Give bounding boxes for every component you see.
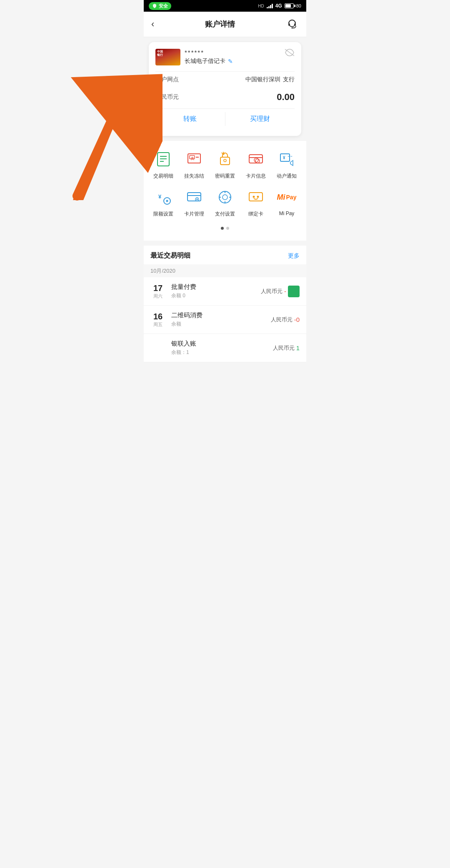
page-dots <box>148 225 302 236</box>
svg-point-31 <box>222 195 228 200</box>
toggle-balance-visibility-button[interactable] <box>285 49 295 58</box>
transaction-balance-2: 余额：1 <box>171 349 267 356</box>
transaction-weekday-1: 周五 <box>150 321 165 328</box>
transactions-month-label: 10月/2020 <box>150 268 175 274</box>
card-info-icon <box>246 149 266 169</box>
card-manage-label: 卡片管理 <box>184 211 204 218</box>
battery-icon <box>285 3 294 8</box>
currency-label: 人民币元 <box>155 93 179 101</box>
transaction-amount-1: 人民币元 -0 <box>271 316 300 324</box>
dot-1 <box>221 227 224 230</box>
transaction-day-1: 16 <box>150 312 165 321</box>
transaction-item-2[interactable]: 银联入账 余额：1 人民币元 1 <box>144 334 306 362</box>
branch-label: 开户网点 <box>155 76 179 83</box>
branch-value: 中国银行深圳 <box>245 76 280 83</box>
password-reset-icon <box>215 149 235 169</box>
limit-setting-icon: ¥ <box>153 187 173 207</box>
support-button[interactable] <box>285 18 299 31</box>
lost-freeze-icon: 失 <box>184 149 204 169</box>
headphone-icon <box>287 19 298 30</box>
quick-icons-section: 交易明细 失 挂失冻结 <box>144 141 306 241</box>
quick-icon-move-notify[interactable]: ¥ 动户通知 <box>272 149 301 180</box>
edit-card-name-button[interactable]: ✎ <box>228 58 233 65</box>
card-header: 中国银行 ****** 长城电子借记卡 ✎ <box>155 49 295 65</box>
svg-point-37 <box>253 196 255 198</box>
svg-rect-2 <box>294 23 296 26</box>
quick-icon-mi-pay[interactable]: Mi Pay Mi Pay <box>272 187 301 218</box>
card-left: 中国银行 ****** 长城电子借记卡 ✎ <box>155 49 233 65</box>
svg-point-14 <box>224 159 226 162</box>
status-right: HD 4G 80 <box>258 3 301 9</box>
card-thumbnail: 中国银行 <box>155 49 180 65</box>
transaction-item-1[interactable]: 16 周五 二维码消费 余额 人民币元 -0 <box>144 306 306 334</box>
lost-freeze-label: 挂失冻结 <box>184 173 204 180</box>
svg-point-3 <box>291 28 292 29</box>
transaction-amount-2: 人民币元 1 <box>273 344 300 352</box>
svg-text:¥: ¥ <box>283 156 285 160</box>
card-balance-row: 人民币元 0.00 <box>155 88 295 103</box>
card-info: ****** 长城电子借记卡 ✎ <box>185 49 233 65</box>
card-manage-icon <box>184 187 204 207</box>
transaction-detail-icon <box>153 149 173 169</box>
balance-amount: 0.00 <box>277 92 295 103</box>
card-info-label: 卡片信息 <box>246 173 266 180</box>
quick-icon-limit-setting[interactable]: ¥ 限额设置 <box>149 187 178 218</box>
transaction-balance-0: 余额 0 <box>171 292 255 299</box>
bind-card-label: 绑定卡 <box>248 211 263 218</box>
transaction-day-0: 17 <box>150 283 165 293</box>
svg-rect-1 <box>288 23 290 26</box>
quick-icon-card-info[interactable]: 卡片信息 <box>241 149 270 180</box>
quick-icon-card-manage[interactable]: 卡片管理 <box>180 187 209 218</box>
dot-2 <box>226 227 229 230</box>
battery-pct: 80 <box>296 3 301 8</box>
transaction-detail-label: 交易明细 <box>153 173 173 180</box>
svg-point-30 <box>219 191 231 203</box>
transfer-button[interactable]: 转账 <box>155 109 225 129</box>
network-label: 4G <box>275 3 282 9</box>
transaction-balance-1: 余额 <box>171 321 265 328</box>
transaction-name-2: 银联入账 <box>171 340 267 348</box>
quick-icon-lost-freeze[interactable]: 失 挂失冻结 <box>180 149 209 180</box>
pay-setting-icon <box>215 187 235 207</box>
svg-point-19 <box>254 158 258 162</box>
mi-pay-label: Mi Pay <box>279 211 295 216</box>
transaction-weekday-0: 周六 <box>150 293 165 299</box>
transaction-date-1: 16 周五 <box>150 312 165 328</box>
branch-suffix: 支行 <box>283 76 295 83</box>
quick-icons-row-1: 交易明细 失 挂失冻结 <box>148 149 302 180</box>
invest-button[interactable]: 买理财 <box>225 109 295 129</box>
limit-setting-label: 限额设置 <box>153 211 173 218</box>
safe-badge: 安全 <box>149 2 171 10</box>
transactions-month: 10月/2020 <box>144 264 306 277</box>
transaction-item-0[interactable]: 17 周六 批量付费 余额 0 人民币元 - <box>144 277 306 306</box>
page-title: 账户详情 <box>205 19 235 29</box>
transaction-name-1: 二维码消费 <box>171 311 265 319</box>
transaction-details-0: 批量付费 余额 0 <box>171 283 255 299</box>
card-branch-row: 开户网点 中国银行深圳 支行 <box>155 71 295 88</box>
svg-text:¥: ¥ <box>158 193 162 200</box>
back-button[interactable]: ‹ <box>151 19 154 30</box>
quick-icon-bind-card[interactable]: 绑定卡 <box>241 187 270 218</box>
move-notify-icon: ¥ <box>277 149 297 169</box>
transactions-more-button[interactable]: 更多 <box>288 252 300 260</box>
mi-pay-icon: Mi Pay <box>277 187 297 207</box>
quick-icon-transaction-detail[interactable]: 交易明细 <box>149 149 178 180</box>
card-name-row: 长城电子借记卡 ✎ <box>185 58 233 65</box>
card-name: 长城电子借记卡 <box>185 58 225 65</box>
transactions-header: 最近交易明细 更多 <box>144 246 306 264</box>
transaction-details-2: 银联入账 余额：1 <box>171 340 267 356</box>
quick-icon-password-reset[interactable]: 密码重置 <box>210 149 240 180</box>
transaction-name-0: 批量付费 <box>171 283 255 291</box>
transaction-details-1: 二维码消费 余额 <box>171 311 265 328</box>
quick-icon-pay-setting[interactable]: 支付设置 <box>210 187 240 218</box>
svg-rect-13 <box>220 157 230 165</box>
transactions-title: 最近交易明细 <box>150 251 190 260</box>
card-section: 中国银行 ****** 长城电子借记卡 ✎ 开户网点 中国银行深圳 支行 <box>149 42 301 136</box>
card-actions: 转账 买理财 <box>155 108 295 129</box>
bind-card-icon <box>246 187 266 207</box>
transactions-section: 最近交易明细 更多 10月/2020 17 周六 批量付费 余额 0 人民币元 … <box>144 246 306 362</box>
password-reset-label: 密码重置 <box>215 173 235 180</box>
svg-text:失: 失 <box>190 157 195 161</box>
pay-setting-label: 支付设置 <box>215 211 235 218</box>
svg-point-38 <box>257 196 259 198</box>
